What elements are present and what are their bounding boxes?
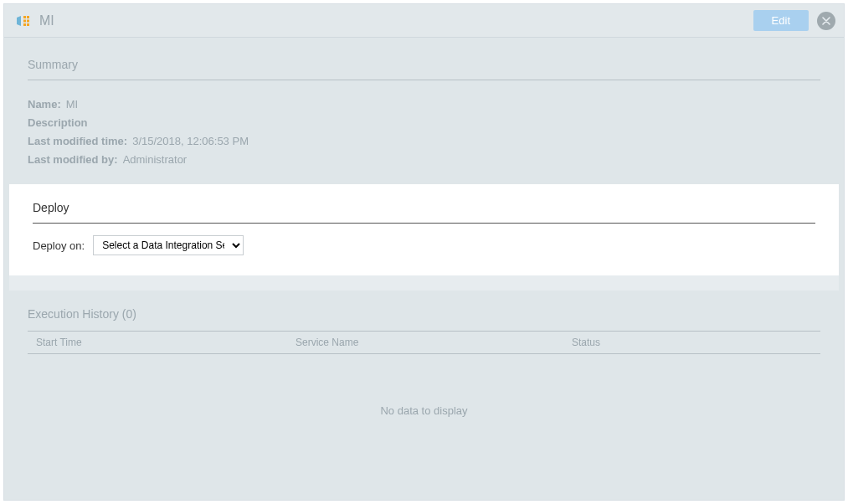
- svg-rect-3: [27, 16, 29, 18]
- svg-rect-2: [23, 23, 26, 26]
- close-button[interactable]: [817, 12, 835, 30]
- edit-button[interactable]: Edit: [753, 10, 809, 31]
- page-title: MI: [39, 13, 54, 28]
- summary-modified-by-value: Administrator: [123, 151, 188, 169]
- summary-heading: Summary: [28, 58, 820, 80]
- col-service-name: Service Name: [296, 337, 572, 348]
- col-start-time: Start Time: [36, 337, 296, 348]
- summary-description-row: Description: [28, 114, 820, 132]
- svg-rect-1: [23, 19, 26, 22]
- svg-rect-5: [27, 23, 29, 26]
- header-bar: MI Edit: [4, 4, 844, 38]
- history-table-header: Start Time Service Name Status: [28, 331, 820, 354]
- close-icon: [822, 17, 830, 25]
- deploy-on-select[interactable]: Select a Data Integration Ser: [93, 235, 244, 255]
- summary-modified-time-label: Last modified time:: [28, 132, 127, 151]
- spacer: [9, 275, 839, 291]
- deploy-section: Deploy Deploy on: Select a Data Integrat…: [9, 184, 839, 275]
- summary-section: Summary Name: MI Description Last modifi…: [4, 38, 844, 184]
- mass-ingestion-icon: [16, 13, 31, 28]
- execution-history-heading: Execution History (0): [28, 307, 820, 331]
- deploy-heading: Deploy: [33, 201, 815, 224]
- summary-name-value: MI: [66, 95, 78, 114]
- summary-name-label: Name:: [28, 95, 61, 114]
- deploy-on-label: Deploy on:: [33, 239, 85, 252]
- history-empty-message: No data to display: [28, 354, 820, 467]
- summary-modified-time-row: Last modified time: 3/15/2018, 12:06:53 …: [28, 132, 820, 151]
- execution-history-section: Execution History (0) Start Time Service…: [4, 291, 844, 500]
- summary-name-row: Name: MI: [28, 95, 820, 114]
- summary-modified-by-row: Last modified by: Administrator: [28, 151, 820, 169]
- summary-modified-time-value: 3/15/2018, 12:06:53 PM: [132, 132, 249, 151]
- summary-description-label: Description: [28, 114, 88, 132]
- svg-rect-4: [27, 19, 29, 22]
- col-status: Status: [572, 337, 812, 348]
- summary-modified-by-label: Last modified by:: [28, 151, 118, 169]
- svg-rect-0: [23, 16, 26, 18]
